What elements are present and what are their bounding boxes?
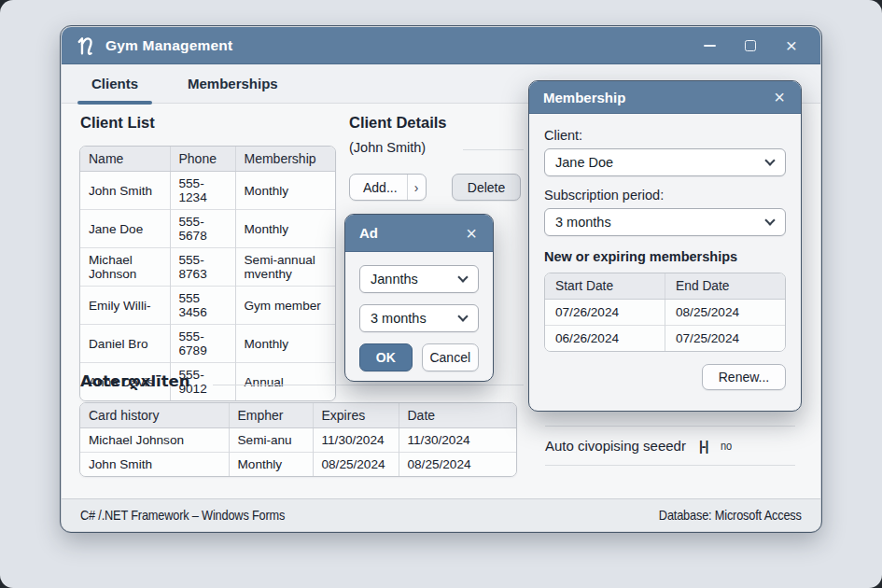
client-dropdown-value: Jane Doe bbox=[555, 155, 613, 170]
column-header: Start Date bbox=[545, 273, 665, 300]
auto-setting-value: no bbox=[721, 439, 732, 453]
app-logo-icon bbox=[77, 35, 97, 56]
tab-memberships[interactable]: Memberships bbox=[178, 64, 287, 104]
status-bar: C# /.NET Framework – Windows Forms Datab… bbox=[62, 498, 820, 531]
gym-management-window: Gym Management × Clients Memberships Cli… bbox=[61, 26, 821, 532]
cancel-button[interactable]: Cancel bbox=[422, 343, 479, 371]
column-header: End Date bbox=[665, 273, 786, 300]
table-cell: 06/26/2024 bbox=[545, 326, 665, 352]
period-dropdown-value: 3 months bbox=[555, 215, 611, 230]
auto-setting-label: Auto civopising seeedr bbox=[545, 438, 686, 454]
column-header: Name bbox=[80, 147, 170, 172]
client-list-title: Client List bbox=[80, 114, 155, 132]
table-cell: 11/30/2024 bbox=[399, 428, 516, 453]
close-icon: × bbox=[774, 87, 785, 107]
close-button[interactable]: × bbox=[777, 33, 805, 59]
card-history-separator bbox=[213, 385, 524, 385]
ok-button[interactable]: OK bbox=[359, 343, 413, 371]
table-cell: 555-1234 bbox=[170, 172, 235, 210]
status-bar-right-text: Database: Microsoft Access bbox=[659, 508, 802, 523]
maximize-button[interactable] bbox=[736, 33, 764, 59]
minimize-icon bbox=[704, 45, 716, 47]
table-cell: 07/26/2024 bbox=[545, 300, 665, 326]
chevron-down-icon bbox=[764, 215, 775, 225]
period-dropdown[interactable]: 3 months bbox=[544, 208, 786, 236]
table-cell: Monthly bbox=[235, 210, 335, 248]
column-header: Card history bbox=[80, 403, 229, 428]
add-split-button[interactable]: Add... › bbox=[349, 174, 427, 201]
table-cell: 08/25/2024 bbox=[399, 453, 516, 477]
table-cell: 555 3456 bbox=[170, 287, 235, 325]
minimize-button[interactable] bbox=[695, 33, 723, 59]
client-details-title: Client Details bbox=[349, 114, 447, 132]
window-titlebar[interactable]: Gym Management × bbox=[62, 27, 820, 64]
table-row[interactable]: 07/26/202408/25/2024 bbox=[545, 300, 785, 326]
ad-dialog-close-button[interactable]: × bbox=[464, 222, 479, 245]
client-dropdown[interactable]: Jane Doe bbox=[544, 148, 786, 176]
chevron-down-icon bbox=[457, 311, 468, 321]
table-row[interactable]: Emily Willi-555 3456Gym member bbox=[80, 287, 335, 325]
membership-dialog-titlebar[interactable]: Membership × bbox=[529, 81, 801, 114]
status-bar-left-text: C# /.NET Framework – Windows Forms bbox=[80, 508, 285, 523]
membership-dialog: Membership × Client: Jane Doe Subscripti… bbox=[528, 80, 802, 412]
close-icon: × bbox=[786, 35, 797, 55]
ad-dialog: Ad × Jannths 3 months OK Cancel bbox=[344, 214, 494, 382]
tab-clients-label: Clients bbox=[91, 76, 138, 91]
table-cell: Monthly bbox=[235, 325, 335, 363]
table-cell: 08/25/2024 bbox=[665, 300, 786, 326]
table-row[interactable]: Jane Doe555-5678Monthly bbox=[80, 210, 335, 248]
auto-setting-row: Auto civopising seeedr |-| no bbox=[545, 438, 795, 454]
card-history-table: Card historyEmpherExpiresDate Michael Jo… bbox=[79, 402, 517, 477]
renew-button-label: Renew... bbox=[719, 370, 769, 385]
table-cell: Gym member bbox=[235, 287, 335, 325]
ad-dialog-actions: OK Cancel bbox=[359, 343, 479, 371]
ad-dropdown-1[interactable]: Jannths bbox=[359, 265, 479, 293]
client-list-header-row: NamePhoneMembership bbox=[80, 147, 335, 172]
table-cell: 08/25/2024 bbox=[313, 453, 399, 477]
table-cell: Semi-annual mventhy bbox=[235, 248, 335, 287]
memberships-header-row: Start DateEnd Date bbox=[545, 273, 785, 300]
column-header: Date bbox=[399, 403, 516, 428]
ad-dialog-titlebar[interactable]: Ad × bbox=[345, 215, 493, 252]
tab-clients[interactable]: Clients bbox=[77, 64, 152, 104]
chevron-down-icon bbox=[764, 155, 775, 165]
table-cell: Emily Willi- bbox=[80, 287, 170, 325]
table-row[interactable]: Michael Johnson555-8763Semi-annual mvent… bbox=[80, 248, 335, 287]
table-row[interactable]: 06/26/202407/25/2024 bbox=[545, 326, 785, 352]
membership-dialog-close-button[interactable]: × bbox=[772, 86, 787, 108]
ad-dropdown-2-value: 3 months bbox=[371, 311, 427, 326]
ad-dialog-title: Ad bbox=[359, 225, 378, 241]
ad-dropdown-2[interactable]: 3 months bbox=[359, 304, 479, 332]
table-row[interactable]: Daniel Bro555-6789Monthly bbox=[80, 325, 335, 363]
memberships-table-title: New or expiring memberships bbox=[544, 249, 786, 264]
membership-dialog-body: Client: Jane Doe Subscription period: 3 … bbox=[529, 114, 801, 390]
client-details-separator bbox=[463, 149, 524, 150]
table-cell: Monthly bbox=[229, 453, 313, 477]
delete-button-label: Delete bbox=[468, 180, 505, 195]
table-cell: Jane Doe bbox=[80, 210, 170, 248]
ad-dropdown-1-value: Jannths bbox=[371, 272, 418, 287]
ok-button-label: OK bbox=[376, 350, 396, 365]
tab-memberships-label: Memberships bbox=[188, 76, 278, 91]
ad-dialog-body: Jannths 3 months OK Cancel bbox=[345, 252, 493, 371]
column-header: Phone bbox=[170, 147, 235, 172]
delete-button[interactable]: Delete bbox=[452, 174, 521, 201]
column-header: Membership bbox=[235, 147, 335, 172]
auto-separator-bottom bbox=[545, 465, 795, 466]
table-row[interactable]: Michael JohnsonSemi-anu11/30/202411/30/2… bbox=[80, 428, 516, 453]
table-cell: 11/30/2024 bbox=[313, 428, 399, 453]
window-controls: × bbox=[695, 33, 805, 59]
add-dropdown-arrow[interactable]: › bbox=[407, 175, 426, 200]
table-cell: Annual bbox=[235, 363, 335, 401]
maximize-icon bbox=[745, 40, 756, 51]
table-row[interactable]: John Smith555-1234Monthly bbox=[80, 172, 335, 210]
auto-separator-top bbox=[545, 426, 795, 427]
membership-dialog-actions: Renew... bbox=[544, 364, 786, 390]
table-cell: 07/25/2024 bbox=[665, 326, 786, 352]
auto-toggle[interactable]: |-| bbox=[699, 439, 708, 454]
renew-button[interactable]: Renew... bbox=[702, 364, 786, 390]
table-row[interactable]: John SmithMonthly08/25/202408/25/2024 bbox=[80, 453, 516, 477]
client-field-label: Client: bbox=[544, 128, 786, 143]
chevron-down-icon bbox=[457, 272, 468, 282]
table-cell: Michael Johnson bbox=[80, 428, 229, 453]
